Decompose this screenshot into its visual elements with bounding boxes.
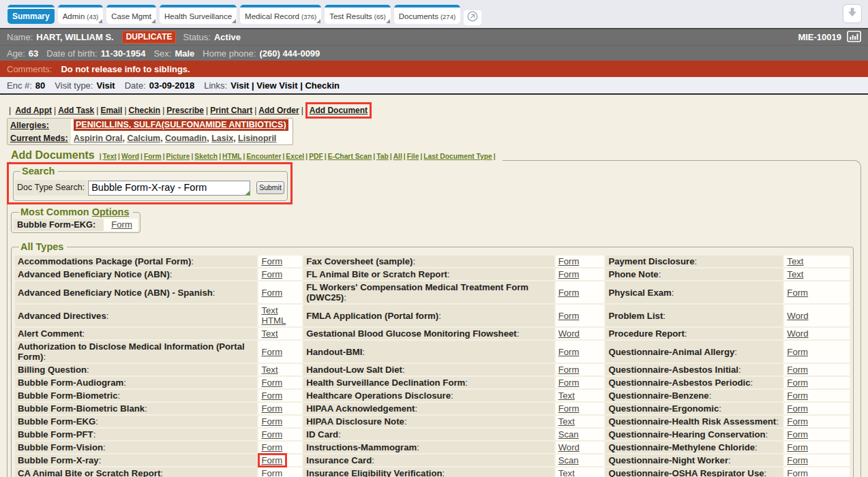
handout-low-salt-diet-form-link[interactable]: Form [558, 365, 580, 375]
quick-link-email[interactable]: Email [100, 106, 122, 115]
alert-comment-text-link[interactable]: Text [261, 328, 278, 339]
tab-test-results[interactable]: Test Results(65) [325, 5, 391, 24]
authorization-to-disclose-medical-information-portal-form-form-link[interactable]: Form [261, 347, 282, 357]
bubble-form-biometric-blank-form-link[interactable]: Form [261, 403, 282, 414]
open-new-window-chip[interactable] [464, 10, 481, 25]
bubble-form-vision-form-link[interactable]: Form [261, 442, 282, 452]
tab-medical-record[interactable]: Medical Record(376) [240, 5, 321, 24]
insurance-eligibility-verification-text-link[interactable]: Text [558, 468, 575, 477]
doc-type-linkcell: Text [556, 416, 605, 427]
submit-button[interactable]: Submit [256, 181, 284, 194]
doc-type-link-form[interactable]: Form [144, 153, 162, 160]
doc-type-link-word[interactable]: Word [121, 153, 139, 160]
quick-link-add-task[interactable]: Add Task [58, 106, 94, 115]
doc-type-search-label: Doc Type Search: [15, 180, 87, 196]
advanced-directives-html-link[interactable]: HTML [261, 316, 299, 326]
doc-type-link-encounter[interactable]: Encounter [247, 153, 282, 160]
options-link[interactable]: Options [92, 206, 130, 217]
quick-link-checkin[interactable]: Checkin [129, 106, 161, 115]
payment-disclosure-text-link[interactable]: Text [787, 256, 803, 266]
health-surveillance-declination-form-form-link[interactable]: Form [558, 378, 580, 388]
questionnaire-osha-respirator-use-form-link[interactable]: Form [787, 468, 808, 477]
med-link-lisinopril[interactable]: Lisinopril [238, 134, 276, 143]
tab-case-mgmt[interactable]: Case Mgmt [106, 5, 156, 24]
billing-question-text-link[interactable]: Text [261, 365, 278, 375]
tab-admin[interactable]: Admin(43) [58, 5, 104, 24]
doc-type-link-sketch[interactable]: Sketch [194, 153, 218, 160]
tab-count: (274) [440, 13, 455, 20]
advanced-beneficiary-notice-abn-form-link[interactable]: Form [261, 269, 282, 279]
questionnaire-asbestos-initial-form-link[interactable]: Form [787, 365, 808, 375]
healthcare-operations-disclosure-text-link[interactable]: Text [558, 390, 575, 401]
questionnaire-hearing-conservation-form-link[interactable]: Form [787, 429, 808, 440]
bubble-form-x-ray-form-link[interactable]: Form [261, 455, 282, 465]
med-link-calcium[interactable]: Calcium [128, 134, 161, 143]
quick-link-add-document[interactable]: Add Document [310, 106, 368, 115]
doc-type-link-text[interactable]: Text [103, 153, 117, 160]
hipaa-acknowledgement-form-link[interactable]: Form [558, 403, 580, 414]
questionnaire-asbestos-periodic-form-link[interactable]: Form [787, 378, 808, 388]
doc-type-link-last-document-type[interactable]: Last Document Type [423, 153, 492, 160]
doc-type-link-all[interactable]: All [393, 153, 402, 160]
phone-value: (260) 444-0099 [259, 48, 320, 59]
hipaa-disclosure-note-text-link[interactable]: Text [558, 416, 575, 427]
doc-type-linkcell: Text [258, 364, 302, 375]
questionnaire-methylene-chloride-form-link[interactable]: Form [787, 442, 808, 452]
instructions-mammogram-word-link[interactable]: Word [558, 442, 580, 452]
collapse-header-button[interactable] [843, 4, 862, 23]
fmla-application-portal-form-form-link[interactable]: Form [558, 311, 580, 321]
current-meds-link[interactable]: Current Meds: [10, 134, 68, 143]
tab-health-surveillance[interactable]: Health Surveillance [160, 5, 237, 24]
advanced-beneficiary-notice-abn-spanish-form-link[interactable]: Form [261, 288, 282, 298]
open-new-window-icon [467, 11, 478, 25]
med-link-aspirin-oral[interactable]: Aspirin Oral [74, 134, 123, 143]
doc-type-link-picture[interactable]: Picture [166, 153, 190, 160]
allergy-values-link[interactable]: PENICILLINS, SULFA(SULFONAMIDE ANTIBIOTI… [76, 120, 286, 129]
doc-type-search-input[interactable] [88, 181, 250, 196]
doc-type-link-excel[interactable]: Excel [286, 153, 304, 160]
accommodations-package-portal-form-form-link[interactable]: Form [261, 256, 282, 266]
chart-stats-icon[interactable] [847, 31, 861, 44]
bubble-form-ekg-form-link[interactable]: Form [261, 416, 282, 427]
fl-workers-compensation-medical-treatment-form-dwc25-form-link[interactable]: Form [558, 288, 580, 298]
encounter-link-visit[interactable]: Visit [230, 80, 249, 91]
bubble-form-audiogram-form-link[interactable]: Form [261, 378, 282, 388]
doc-type-link-tab[interactable]: Tab [376, 153, 389, 160]
doc-type-link-file[interactable]: File [407, 153, 419, 160]
doc-type-link-e-chart-scan[interactable]: E-Chart Scan [328, 153, 372, 160]
questionnaire-night-worker-form-link[interactable]: Form [787, 455, 808, 465]
tab-summary[interactable]: Summary [8, 5, 55, 24]
doc-type-link-pdf[interactable]: PDF [309, 153, 323, 160]
id-card-scan-link[interactable]: Scan [558, 429, 579, 440]
quick-link-add-order[interactable]: Add Order [258, 106, 299, 115]
handout-bmi-form-link[interactable]: Form [558, 347, 580, 357]
fax-coversheet-sample-form-link[interactable]: Form [558, 256, 580, 266]
bubble-form-pft-form-link[interactable]: Form [261, 429, 282, 440]
doc-type-link-html[interactable]: HTML [222, 153, 242, 160]
bubble-form-biometric-form-link[interactable]: Form [261, 390, 282, 401]
physical-exam-form-link[interactable]: Form [787, 288, 808, 298]
med-link-lasix[interactable]: Lasix [211, 134, 233, 143]
questionnaire-ergonomic-form-link[interactable]: Form [787, 403, 808, 414]
gestational-blood-glucose-monitoring-flowsheet-word-link[interactable]: Word [558, 328, 580, 339]
questionnaire-health-risk-assessment-form-link[interactable]: Form [787, 416, 808, 427]
quick-link-print-chart[interactable]: Print Chart [210, 106, 252, 115]
questionnaire-benzene-form-link[interactable]: Form [787, 390, 808, 401]
duplicate-badge[interactable]: DUPLICATE [122, 31, 177, 44]
encounter-link-checkin[interactable]: Checkin [305, 80, 340, 91]
tab-documents[interactable]: Documents(274) [394, 5, 460, 24]
quick-link-prescribe[interactable]: Prescribe [166, 106, 204, 115]
advanced-directives-text-link[interactable]: Text [261, 305, 299, 316]
procedure-report-word-link[interactable]: Word [787, 328, 808, 339]
bubble-form-ekg-form-link[interactable]: Form [111, 219, 132, 230]
insurance-card-scan-link[interactable]: Scan [558, 455, 579, 465]
med-link-coumadin[interactable]: Coumadin [165, 134, 207, 143]
fl-animal-bite-or-scratch-report-form-link[interactable]: Form [558, 269, 580, 279]
encounter-link-view-visit[interactable]: View Visit [256, 80, 297, 91]
allergies-link[interactable]: Allergies: [10, 121, 49, 130]
quick-link-add-appt[interactable]: Add Appt [15, 106, 52, 115]
phone-note-text-link[interactable]: Text [787, 269, 803, 279]
ca-animal-bite-or-scratch-report-form-link[interactable]: Form [261, 468, 282, 477]
questionnaire-animal-allergy-form-link[interactable]: Form [787, 347, 808, 357]
problem-list-word-link[interactable]: Word [787, 311, 808, 321]
